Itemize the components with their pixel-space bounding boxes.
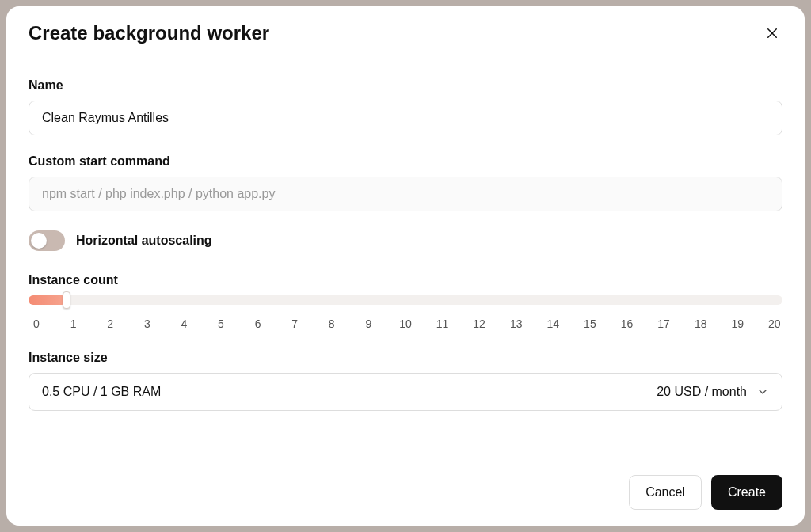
- slider-tick: 0: [29, 317, 44, 330]
- instance-size-select[interactable]: 0.5 CPU / 1 GB RAM 20 USD / month: [29, 373, 782, 411]
- autoscaling-toggle[interactable]: [29, 230, 65, 251]
- slider-tick: 11: [435, 317, 451, 330]
- name-field: Name: [29, 78, 782, 135]
- close-button[interactable]: [762, 23, 782, 44]
- slider-tick: 4: [176, 317, 192, 330]
- slider-tick: 13: [508, 317, 524, 330]
- create-worker-modal: Create background worker Name Custom sta…: [6, 6, 805, 526]
- slider-fill: [29, 295, 67, 305]
- instance-size-price: 20 USD / month: [657, 385, 747, 399]
- slider-tick: 7: [287, 317, 303, 330]
- slider-tick: 18: [693, 317, 709, 330]
- close-icon: [765, 26, 779, 40]
- command-field: Custom start command: [29, 154, 782, 211]
- modal-title: Create background worker: [29, 22, 269, 44]
- slider-tick: 9: [360, 317, 376, 330]
- instance-size-field: Instance size 0.5 CPU / 1 GB RAM 20 USD …: [29, 351, 782, 411]
- autoscaling-label: Horizontal autoscaling: [76, 234, 212, 248]
- instance-count-label: Instance count: [29, 273, 782, 287]
- slider-tick: 2: [102, 317, 118, 330]
- name-input[interactable]: [29, 101, 782, 135]
- slider-tick: 15: [582, 317, 598, 330]
- instance-size-price-wrap: 20 USD / month: [657, 385, 769, 399]
- modal-body: Name Custom start command Horizontal aut…: [6, 59, 805, 462]
- instance-size-label: Instance size: [29, 351, 782, 365]
- cancel-button[interactable]: Cancel: [629, 475, 702, 510]
- toggle-knob: [31, 233, 47, 249]
- slider-tick: 3: [139, 317, 155, 330]
- slider-tick: 1: [66, 317, 82, 330]
- autoscaling-field: Horizontal autoscaling: [29, 230, 782, 251]
- slider-tick: 20: [767, 317, 782, 330]
- slider-tick: 12: [471, 317, 487, 330]
- slider-tick: 6: [250, 317, 266, 330]
- chevron-down-icon: [756, 386, 769, 398]
- slider-tick: 8: [324, 317, 340, 330]
- instance-count-slider[interactable]: [29, 295, 782, 305]
- slider-tick: 5: [213, 317, 229, 330]
- command-input[interactable]: [29, 177, 782, 211]
- slider-ticks: 01234567891011121314151617181920: [29, 311, 782, 330]
- instance-size-value: 0.5 CPU / 1 GB RAM: [42, 385, 161, 399]
- slider-tick: 16: [619, 317, 635, 330]
- slider-tick: 17: [656, 317, 672, 330]
- slider-thumb[interactable]: [63, 291, 70, 309]
- instance-count-field: Instance count 0123456789101112131415161…: [29, 273, 782, 330]
- slider-tick: 19: [729, 317, 745, 330]
- modal-footer: Cancel Create: [6, 462, 805, 526]
- slider-tick: 10: [398, 317, 413, 330]
- create-button[interactable]: Create: [711, 475, 782, 510]
- slider-tick: 14: [545, 317, 561, 330]
- name-label: Name: [29, 78, 782, 93]
- command-label: Custom start command: [29, 154, 782, 169]
- modal-header: Create background worker: [6, 6, 805, 59]
